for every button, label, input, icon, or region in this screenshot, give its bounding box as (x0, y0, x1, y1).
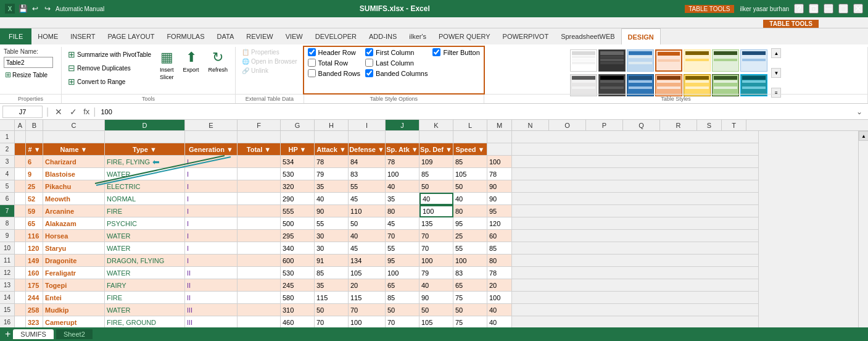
undo-button[interactable]: ↩ (30, 3, 41, 14)
unlink-button[interactable]: 🔗 Unlink (239, 67, 271, 75)
tab-view[interactable]: VIEW (279, 28, 309, 44)
table-style-3[interactable] (627, 49, 654, 72)
add-sheet-button[interactable]: + (5, 329, 10, 340)
table-style-1[interactable] (570, 49, 597, 72)
cell-K2[interactable]: Sp. Def ▼ (420, 143, 453, 156)
table-style-12[interactable] (684, 74, 711, 96)
first-column-input[interactable] (365, 48, 373, 56)
tab-file[interactable]: FILE (0, 28, 31, 44)
cell-rest-1[interactable] (512, 131, 759, 143)
expand-formula-button[interactable]: ⌄ (853, 106, 866, 118)
remove-duplicates-button[interactable]: ⊟ Remove Duplicates (65, 62, 154, 74)
header-row-input[interactable] (308, 48, 316, 56)
cell-C2[interactable]: Name ▼ (43, 143, 105, 156)
total-row-checkbox[interactable]: Total Row (308, 59, 361, 67)
cell-A1[interactable] (15, 131, 26, 143)
cancel-formula-button[interactable]: ✕ (52, 106, 65, 118)
summarize-pivottable-button[interactable]: ⊞ Summarize with PivotTable (65, 48, 154, 61)
table-name-input[interactable] (4, 57, 53, 68)
tab-design[interactable]: DESIGN (621, 28, 661, 44)
tab-insert[interactable]: INSERT (64, 28, 101, 44)
cell-I2[interactable]: Defense ▼ (349, 143, 386, 156)
cell-F2[interactable]: Total ▼ (238, 143, 281, 156)
cell-F1[interactable] (238, 131, 281, 143)
grid-data[interactable]: # ▼ Name ▼ Type ▼ Generation ▼ Total ▼ H… (15, 131, 858, 341)
cell-D1[interactable] (105, 131, 185, 143)
vertical-scrollbar[interactable]: ▲ ▼ (858, 131, 868, 341)
table-style-11[interactable] (655, 74, 682, 96)
maximize-button[interactable]: □ (838, 4, 848, 14)
function-button[interactable]: fx (82, 107, 91, 116)
tab-powerpivot[interactable]: POWERPIVOT (497, 28, 555, 44)
table-style-14[interactable] (740, 74, 767, 96)
filter-button-input[interactable] (432, 48, 440, 56)
cell-rest-2[interactable] (512, 143, 759, 156)
cell-E2[interactable]: Generation ▼ (185, 143, 238, 156)
formula-input[interactable] (98, 106, 851, 118)
table-style-13[interactable] (712, 74, 739, 96)
cell-M1[interactable] (487, 131, 512, 143)
cell-J1[interactable] (386, 131, 420, 143)
banded-rows-input[interactable] (308, 69, 316, 77)
table-style-7[interactable] (740, 49, 767, 72)
banded-rows-checkbox[interactable]: Banded Rows (308, 69, 361, 77)
table-style-8[interactable] (570, 74, 597, 96)
cell-L1[interactable] (453, 131, 487, 143)
cell-J2[interactable]: Sp. Atk ▼ (386, 143, 420, 156)
tab-ilkers[interactable]: ilker's (403, 28, 432, 44)
sheet-tab-2[interactable]: Sheet2 (56, 329, 93, 339)
tab-page-layout[interactable]: PAGE LAYOUT (101, 28, 160, 44)
cell-M2[interactable] (487, 143, 512, 156)
styles-scroll-down[interactable]: ▼ (771, 68, 781, 78)
cell-B2[interactable]: # ▼ (26, 143, 43, 156)
cell-B1[interactable] (26, 131, 43, 143)
cell-C1[interactable] (43, 131, 105, 143)
restore-button[interactable]: ⊡ (809, 4, 819, 14)
minimize-button[interactable]: ─ (824, 4, 833, 14)
banded-columns-input[interactable] (365, 69, 373, 77)
sheet-tab-active[interactable]: SUMIFS (13, 329, 54, 339)
tab-power-query[interactable]: POWER QUERY (432, 28, 497, 44)
total-row-input[interactable] (308, 59, 316, 67)
cell-H2[interactable]: Attack ▼ (315, 143, 349, 156)
table-style-2[interactable] (598, 49, 626, 72)
properties-button[interactable]: 📋 Properties (239, 48, 282, 56)
first-column-checkbox[interactable]: First Column (365, 48, 428, 56)
tab-formulas[interactable]: FORMULAS (160, 28, 210, 44)
cell-A2[interactable] (15, 143, 26, 156)
table-style-4[interactable] (655, 49, 682, 72)
scroll-up-button[interactable]: ▲ (859, 131, 868, 141)
cell-E1[interactable] (185, 131, 238, 143)
resize-table-button[interactable]: ⊞ Resize Table (4, 70, 49, 80)
table-style-10[interactable] (627, 74, 654, 96)
open-browser-button[interactable]: 🌐 Open in Browser (239, 57, 299, 65)
tab-home[interactable]: HOME (31, 28, 64, 44)
table-style-5[interactable] (684, 49, 711, 72)
cell-H1[interactable] (315, 131, 349, 143)
last-column-input[interactable] (365, 59, 373, 67)
confirm-formula-button[interactable]: ✓ (67, 106, 80, 118)
tab-data[interactable]: DATA (211, 28, 241, 44)
help-button[interactable]: ? (794, 4, 804, 14)
refresh-button[interactable]: ↻ Refresh (205, 48, 232, 74)
export-button[interactable]: ⬆ Export (180, 48, 203, 74)
banded-columns-checkbox[interactable]: Banded Columns (365, 69, 428, 77)
table-style-9[interactable] (598, 74, 626, 96)
cell-reference-box[interactable] (2, 106, 43, 118)
convert-to-range-button[interactable]: ⊞ Convert to Range (65, 75, 154, 88)
save-button[interactable]: 💾 (17, 3, 28, 14)
redo-button[interactable]: ↪ (42, 3, 53, 14)
cell-D2[interactable]: Type ▼ (105, 143, 185, 156)
header-row-checkbox[interactable]: Header Row (308, 48, 361, 56)
table-style-6[interactable] (712, 49, 739, 72)
insert-slicer-button[interactable]: ▦ Insert Slicer (156, 48, 178, 82)
close-button[interactable]: ✕ (853, 4, 863, 14)
cell-G2[interactable]: HP ▼ (281, 143, 315, 156)
cell-K1[interactable] (420, 131, 453, 143)
last-column-checkbox[interactable]: Last Column (365, 59, 428, 67)
styles-scroll-up[interactable]: ▲ (771, 48, 781, 58)
filter-button-checkbox[interactable]: Filter Button (432, 48, 479, 56)
cell-I1[interactable] (349, 131, 386, 143)
cell-G1[interactable] (281, 131, 315, 143)
cell-L2[interactable]: Speed ▼ (453, 143, 487, 156)
